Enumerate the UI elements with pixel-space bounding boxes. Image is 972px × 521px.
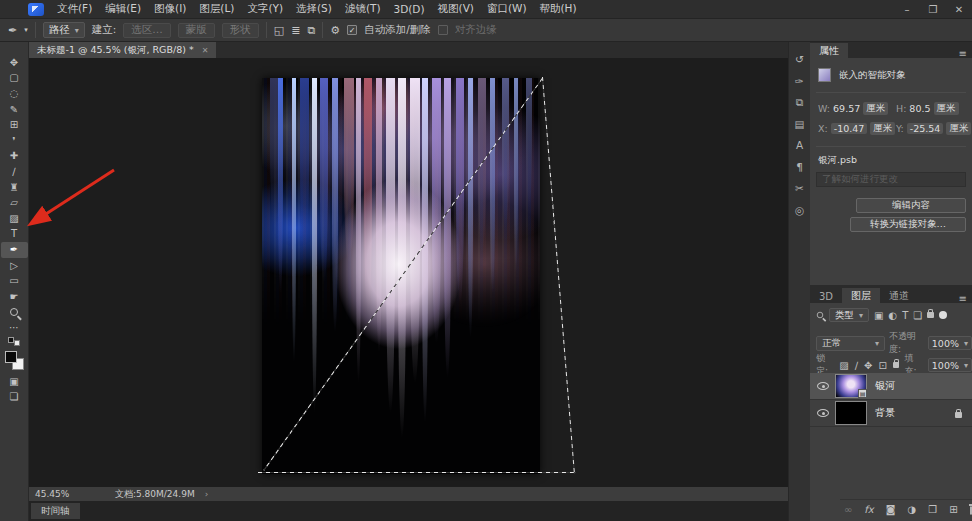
lasso-tool[interactable]: ◌ <box>1 86 28 102</box>
menu-type[interactable]: 文字(Y) <box>247 2 283 16</box>
align-edges-checkbox[interactable] <box>438 25 448 35</box>
move-tool[interactable]: ✥ <box>1 55 28 71</box>
status-arrow-icon[interactable]: › <box>205 489 209 499</box>
gradient-tool[interactable]: ▨ <box>1 211 28 227</box>
cut-icon[interactable]: ✂ <box>795 183 804 194</box>
menu-file[interactable]: 文件(F) <box>57 2 92 16</box>
filter-adjustment-icon[interactable]: ◐ <box>888 310 897 321</box>
convert-to-linked-button[interactable]: 转换为链接对象… <box>850 217 966 232</box>
healing-brush-tool[interactable]: ✚ <box>1 149 28 165</box>
layer-name[interactable]: 银河 <box>875 379 895 393</box>
minimize-button[interactable]: – <box>894 4 920 15</box>
x-field[interactable]: X: -10.47 厘米 <box>818 122 895 135</box>
visibility-eye-icon[interactable] <box>817 382 829 390</box>
w-value[interactable]: 69.57 <box>833 103 860 114</box>
opacity-dropdown[interactable]: 100% ▾ <box>928 336 972 350</box>
layer-name[interactable]: 背景 <box>875 406 895 420</box>
layer-thumbnail[interactable] <box>835 401 867 425</box>
pen-tool[interactable]: ✒ <box>1 242 28 258</box>
paragraph-icon[interactable]: ¶ <box>796 162 803 173</box>
menu-filter[interactable]: 滤镜(T) <box>345 2 381 16</box>
x-unit-dropdown[interactable]: 厘米 <box>870 122 895 135</box>
w-unit-dropdown[interactable]: 厘米 <box>863 102 888 115</box>
x-value[interactable]: -10.47 <box>831 123 868 134</box>
app-icon[interactable] <box>28 3 44 16</box>
rectangle-tool[interactable]: ▭ <box>1 273 28 289</box>
y-value[interactable]: -25.54 <box>907 123 944 134</box>
history-icon[interactable]: ↺ <box>795 54 804 65</box>
crop-tool[interactable]: ⊞ <box>1 117 28 133</box>
foreground-color[interactable] <box>5 351 17 363</box>
document-tab[interactable]: 未标题-1 @ 45.5% (银河, RGB/8) * ✕ <box>29 42 216 58</box>
edit-contents-button[interactable]: 编辑内容 <box>856 198 966 213</box>
y-unit-dropdown[interactable]: 厘米 <box>946 122 971 135</box>
height-field[interactable]: H: 80.5 厘米 <box>896 102 959 115</box>
lock-artboard-icon[interactable]: ⊡ <box>878 360 886 371</box>
menu-view[interactable]: 视图(V) <box>438 2 474 16</box>
edit-toolbar-button[interactable]: ⋯ <box>9 322 19 333</box>
eraser-tool[interactable]: ▱ <box>1 195 28 211</box>
new-layer-icon[interactable]: ⊞ <box>949 504 957 515</box>
menu-layer[interactable]: 图层(L) <box>199 2 234 16</box>
timeline-tab[interactable]: 时间轴 <box>31 503 80 519</box>
h-unit-dropdown[interactable]: 厘米 <box>934 102 959 115</box>
width-field[interactable]: W: 69.57 厘米 <box>818 102 888 115</box>
make-shape-button[interactable]: 形状 <box>222 23 259 38</box>
tool-preset-caret-icon[interactable]: ▾ <box>24 26 28 34</box>
lock-move-icon[interactable]: ✥ <box>864 360 872 371</box>
pen-icon[interactable]: ✒ <box>8 24 17 37</box>
screen-mode-button[interactable]: ❏ <box>1 390 28 406</box>
filter-smart-object-icon[interactable] <box>927 312 934 318</box>
color-swatches[interactable] <box>5 351 24 370</box>
info-icon[interactable]: ◎ <box>795 205 804 216</box>
filter-type-dropdown[interactable]: 类型 ▾ <box>829 308 869 322</box>
lock-paint-icon[interactable]: ∕ <box>855 360 858 371</box>
filter-type-icon[interactable]: T <box>902 310 908 321</box>
layer-mask-icon[interactable]: ◙ <box>886 504 896 515</box>
libraries-icon[interactable]: ▤ <box>795 119 805 130</box>
eyedropper-tool[interactable]: ❜ <box>1 133 28 149</box>
zoom-level-field[interactable]: 45.45% <box>35 489 87 499</box>
layer-thumbnail[interactable]: ▤ <box>835 374 867 398</box>
filter-toggle-icon[interactable] <box>939 311 947 319</box>
tab-layers[interactable]: 图层 <box>842 288 880 304</box>
gear-icon[interactable]: ⚙ <box>330 24 340 37</box>
brush-settings-icon[interactable]: ✑ <box>795 76 804 87</box>
menu-edit[interactable]: 编辑(E) <box>105 2 141 16</box>
tab-3d[interactable]: 3D <box>810 288 842 304</box>
quick-selection-tool[interactable]: ✎ <box>1 102 28 118</box>
close-tab-icon[interactable]: ✕ <box>202 46 209 55</box>
restore-button[interactable]: ❐ <box>920 4 946 15</box>
menu-select[interactable]: 选择(S) <box>296 2 332 16</box>
h-value[interactable]: 80.5 <box>909 103 930 114</box>
menu-3d[interactable]: 3D(D) <box>393 3 424 15</box>
zoom-tool[interactable] <box>1 305 28 321</box>
blend-mode-dropdown[interactable]: 正常 ▾ <box>816 336 885 351</box>
tab-channels[interactable]: 通道 <box>880 288 918 304</box>
menu-image[interactable]: 图像(I) <box>154 2 186 16</box>
brush-tool[interactable]: ∕ <box>1 164 28 180</box>
clone-stamp-tool[interactable]: ♜ <box>1 180 28 196</box>
layer-row-background[interactable]: 背景 <box>810 400 972 427</box>
link-layers-icon[interactable]: ∞ <box>844 504 852 515</box>
filter-pixel-icon[interactable]: ▣ <box>874 310 883 321</box>
layer-effects-icon[interactable]: fx <box>864 504 873 515</box>
type-tool[interactable]: T <box>1 227 28 243</box>
layer-row-galaxy[interactable]: ▤ 银河 <box>810 373 972 400</box>
clone-source-icon[interactable]: ⧉ <box>796 97 804 108</box>
canvas-area[interactable] <box>29 58 788 487</box>
make-mask-button[interactable]: 蒙版 <box>178 23 215 38</box>
menu-help[interactable]: 帮助(H) <box>540 2 577 16</box>
tab-properties[interactable]: 属性 <box>810 43 848 59</box>
path-operations-icon[interactable]: ◱ <box>274 24 284 37</box>
quick-mask-button[interactable]: ▣ <box>1 374 28 390</box>
hand-tool[interactable]: ☛ <box>1 289 28 305</box>
close-button[interactable]: ✕ <box>946 4 972 15</box>
lock-transparent-icon[interactable]: ▨ <box>839 360 848 371</box>
path-arrangement-icon[interactable]: ⧉ <box>307 24 315 37</box>
auto-add-delete-checkbox[interactable]: ✓ <box>347 25 357 35</box>
default-colors-icon[interactable] <box>8 337 20 346</box>
adjustment-layer-icon[interactable]: ◑ <box>908 504 917 515</box>
marquee-tool[interactable]: ▢ <box>1 71 28 87</box>
character-icon[interactable]: A <box>796 140 803 151</box>
